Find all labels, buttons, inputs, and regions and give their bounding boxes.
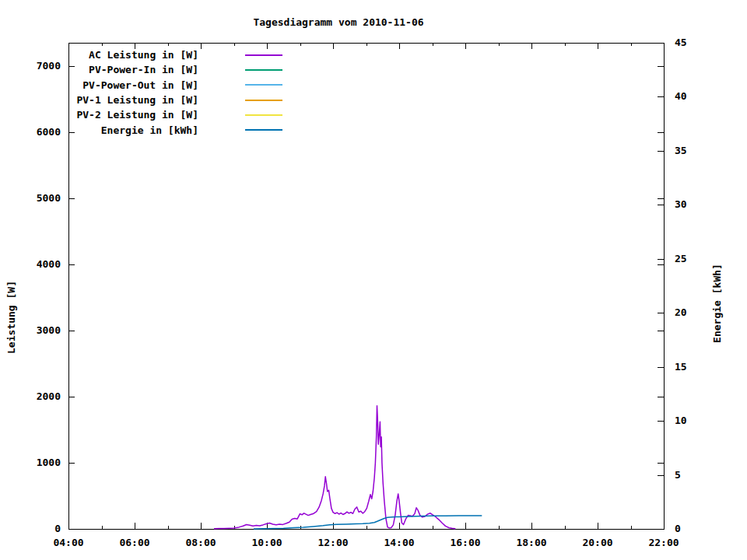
legend-row: PV-Power-Out in [W]	[0, 78, 282, 93]
x-tick-label: 08:00	[185, 537, 216, 548]
right-axis-label: Energie [kWh]	[711, 264, 723, 343]
legend-row: PV-2 Leistung in [W]	[0, 107, 282, 122]
chart-title: Tagesdiagramm vom 2010-11-06	[66, 16, 611, 28]
legend-line-sample	[245, 129, 282, 131]
x-tick-label: 20:00	[582, 537, 612, 548]
y-right-tick-label: 10	[675, 415, 687, 426]
left-axis-label: Leistung [W]	[5, 281, 17, 354]
legend-label: PV-2 Leistung in [W]	[0, 109, 198, 121]
x-tick-label: 04:00	[53, 537, 83, 548]
y-left-tick-label: 1000	[37, 457, 61, 468]
y-right-tick-label: 0	[675, 523, 681, 534]
x-tick-label: 10:00	[251, 537, 282, 548]
legend-row: PV-Power-In in [W]	[0, 62, 282, 77]
legend-label: PV-1 Leistung in [W]	[0, 94, 198, 106]
x-tick-label: 12:00	[317, 537, 348, 548]
legend-label: PV-Power-Out in [W]	[0, 79, 198, 91]
legend-row: AC Leistung in [W]	[0, 47, 282, 62]
legend-line-sample	[245, 69, 282, 71]
y-right-tick-label: 5	[675, 469, 681, 481]
y-left-tick-label: 0	[54, 523, 61, 534]
legend-line-sample	[245, 114, 282, 116]
x-tick-label: 14:00	[384, 537, 414, 548]
y-right-tick-label: 40	[675, 90, 687, 102]
y-left-tick-label: 5000	[37, 192, 61, 204]
x-tick-label: 06:00	[119, 537, 149, 548]
legend-line-sample	[245, 84, 282, 86]
legend: AC Leistung in [W]PV-Power-In in [W]PV-P…	[0, 47, 282, 138]
legend-label: AC Leistung in [W]	[0, 49, 198, 61]
x-tick-label: 18:00	[516, 537, 546, 548]
legend-row: PV-1 Leistung in [W]	[0, 93, 282, 107]
y-left-tick-label: 4000	[37, 258, 61, 270]
y-right-tick-label: 15	[675, 361, 687, 373]
series-line-ac-leistung-in-w-	[214, 406, 455, 529]
y-right-tick-label: 25	[675, 253, 687, 264]
legend-line-sample	[245, 100, 282, 101]
y-right-tick-label: 45	[675, 37, 687, 48]
legend-row: Energie in [kWh]	[0, 122, 282, 137]
legend-label: Energie in [kWh]	[0, 124, 198, 136]
y-left-tick-label: 3000	[37, 324, 61, 336]
y-right-tick-label: 20	[675, 306, 687, 318]
y-right-tick-label: 30	[675, 198, 687, 210]
legend-label: PV-Power-In in [W]	[0, 64, 198, 75]
y-right-tick-label: 35	[675, 145, 687, 156]
legend-line-sample	[245, 54, 282, 56]
x-tick-label: 16:00	[450, 537, 480, 548]
chart-canvas: 04:0006:0008:0010:0012:0014:0016:0018:00…	[0, 0, 747, 560]
y-left-tick-label: 2000	[37, 390, 61, 402]
x-tick-label: 22:00	[648, 537, 679, 548]
